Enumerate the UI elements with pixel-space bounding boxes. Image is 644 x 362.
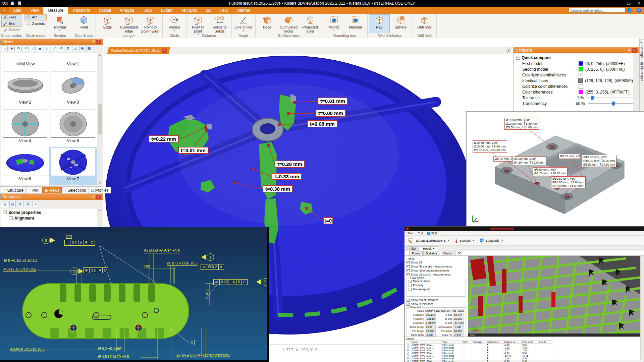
minimize-button[interactable]: — <box>614 0 624 7</box>
selected-name-field[interactable]: COMP_FWS_STA-EN_P01_SEQ1_Ply1__344 <box>425 309 464 312</box>
ribbon-button[interactable]: Center <box>1 27 21 33</box>
color-swatch[interactable] <box>579 67 583 71</box>
pin-icon[interactable] <box>92 40 95 44</box>
views-toolbar-icon[interactable]: ⤢ <box>51 46 57 51</box>
result-subtab[interactable]: Charts <box>441 251 454 255</box>
result-subtab[interactable]: Points <box>409 251 423 255</box>
ribbon-tab[interactable]: Start <box>9 7 26 14</box>
ribbon-button[interactable]: Line to line ▾ <box>233 14 254 33</box>
details-table-row[interactable]: ☑COMP_FWS_STA-...Fibre angle✗-3,25-4,51 <box>406 346 639 349</box>
help-dropdown-icon[interactable]: ▼ <box>633 9 635 11</box>
details-table-row[interactable]: ☑COMP_FWS_STA-...Fibre angle✗-5,78-5,53 <box>406 357 639 360</box>
view-thumbnail[interactable]: View 3 <box>49 70 97 109</box>
checkbox[interactable] <box>409 288 412 291</box>
view-thumbnail[interactable]: Initial View <box>1 53 49 70</box>
result-tab[interactable]: Result ✕ <box>420 246 438 251</box>
view-thumbnail[interactable]: View 1 <box>49 53 97 70</box>
ribbon-tab[interactable]: Transform <box>68 7 95 14</box>
ribbon-button[interactable]: 3 points <box>24 21 47 27</box>
value-field[interactable]: 0.000 <box>425 325 436 328</box>
ribbon-button[interactable]: Drill hole <box>414 14 435 33</box>
dock-tab[interactable]: ⁘ PMI <box>26 187 42 193</box>
value-field[interactable]: 86.490 <box>453 329 464 333</box>
toolbar-dropdown[interactable]: 3D MEASUREMENTS ▼ <box>408 237 450 244</box>
ribbon-tab[interactable]: TechDoc <box>177 7 202 14</box>
color-swatch[interactable] <box>578 78 583 83</box>
collapse-toggle-icon[interactable]: − <box>516 56 520 60</box>
properties-toolbar-icon[interactable]: ▽ <box>33 201 39 207</box>
menu-item[interactable]: ?Edit <box>418 232 423 235</box>
properties-toolbar-icon[interactable]: 🗗 <box>25 201 31 207</box>
window-scrollbar[interactable]: ▲ <box>640 256 644 360</box>
toolbar-dropdown[interactable]: Standards ▼ <box>479 238 503 243</box>
thickness-callout[interactable]: t=0.38 mm <box>263 185 293 192</box>
thickness-callout[interactable]: t=0.08 mm <box>307 120 337 127</box>
views-toolbar-icon[interactable]: ✕ <box>23 46 29 51</box>
checkbox-row[interactable]: Show out of tolerance <box>407 298 466 302</box>
ribbon-button[interactable]: X,Y,Z Point <box>73 14 94 33</box>
checkbox-row[interactable]: Show fibre angle measurements <box>407 264 466 268</box>
ribbon-button[interactable]: End <box>1 21 21 27</box>
edit-doc-icon[interactable] <box>17 1 22 6</box>
views-toolbar-icon[interactable]: ▷ <box>44 46 50 51</box>
color-swatch[interactable] <box>579 90 583 94</box>
views-toolbar-icon[interactable]: ⧉ <box>65 46 71 51</box>
properties-toolbar-icon[interactable]: ⧉ <box>17 201 23 207</box>
details-table[interactable]: NameTypeUnitFlaw typeIn toleranceX/Alpha… <box>406 340 639 362</box>
properties-scrollbar[interactable]: ▲ <box>97 209 102 227</box>
dock-tab[interactable]: ▣ Views <box>42 187 62 193</box>
pin-icon[interactable] <box>628 48 631 52</box>
pin-icon[interactable] <box>92 195 95 199</box>
views-toolbar-icon[interactable]: ▤ <box>79 46 85 51</box>
thickness-callout[interactable]: t=0.01 mm <box>178 147 208 154</box>
value-field[interactable]: -117.230 <box>453 321 464 324</box>
value-field[interactable]: -4.280 <box>425 333 436 337</box>
ribbon-button[interactable]: Minimal <box>345 14 366 33</box>
ribbon-button[interactable]: Face <box>257 14 278 33</box>
ribbon-button[interactable]: Edge <box>97 14 118 33</box>
views-toolbar-icon[interactable]: ▦ <box>86 46 92 51</box>
compare-setting-row[interactable]: Colorized identical faces <box>514 72 633 78</box>
slider-thumb[interactable] <box>591 96 594 100</box>
drill-hole-inset-window[interactable]: Ø10.80 mm, ∨90°Ø10.00 mm, ↧5.80 mmØ5.50 … <box>466 111 644 229</box>
ribbon-button[interactable]: Cumulated edge <box>119 14 140 33</box>
compare-setting-row[interactable]: Identical faces (128, 128, 128), (#80808… <box>514 78 633 83</box>
document-tab[interactable]: FusionResult.stl.2025.1.3dvs ✕ <box>107 47 170 54</box>
side-tab[interactable]: 🔧 Settings <box>640 39 644 59</box>
dock-tab[interactable]: ▤ Profiles <box>89 187 111 193</box>
value-field[interactable]: 90.000 <box>425 329 436 333</box>
checkbox-row[interactable]: Not assigned <box>409 287 464 291</box>
compare-setting-row[interactable]: First model (0, 0, 255), (#0000FF) <box>514 61 633 66</box>
ribbon-button[interactable]: Free <box>1 14 21 20</box>
checkbox[interactable] <box>409 284 412 287</box>
view-thumbnail[interactable]: View 4 <box>1 109 49 147</box>
menu-item[interactable]: ?Help <box>427 231 437 235</box>
compare-setting-row[interactable]: Tolerance 1 % <box>514 95 633 101</box>
checkbox[interactable] <box>579 73 583 77</box>
dock-tab[interactable]: ⁘ Structure <box>1 187 26 193</box>
quick-access-chevron-icon[interactable]: ⌄ <box>24 1 30 6</box>
ribbon-button[interactable]: Sphere <box>390 14 411 33</box>
checkbox[interactable] <box>579 84 583 88</box>
ribbon-tab[interactable]: Analyze <box>115 7 139 14</box>
checkbox[interactable] <box>407 273 410 276</box>
ribbon-tab[interactable]: Internal <box>232 7 254 14</box>
value-field[interactable]: 2155.070 <box>425 321 436 324</box>
ribbon-button[interactable]: Projected area <box>300 14 321 33</box>
search-input[interactable] <box>569 8 626 13</box>
checkbox-row[interactable]: Porosity <box>409 283 464 287</box>
color-swatch[interactable] <box>579 61 583 66</box>
ribbon-button[interactable]: Point to point ▾ <box>188 14 209 33</box>
views-toolbar-icon[interactable]: ■ <box>37 46 43 51</box>
value-field[interactable]: -3.510 <box>453 333 464 337</box>
details-table-row[interactable]: ☑COMP_FWS_STA-...Fibre angle✗-4,28-3,51 <box>406 344 639 347</box>
checkbox-row[interactable]: Show laser cut measurements <box>407 268 466 273</box>
value-field[interactable]: 20.830 <box>453 317 464 320</box>
compare-setting-row[interactable]: Second model (0, 255, 0), (#00FF00) <box>514 66 633 72</box>
ribbon-tab[interactable]: 2D <box>201 7 215 14</box>
ribbon-tab[interactable]: Tools <box>139 7 157 14</box>
fibre-grid-3d-view[interactable]: Zoom <box>468 256 640 337</box>
value-field[interactable]: 84.340 <box>453 313 464 316</box>
properties-toolbar-icon[interactable]: ⊞ <box>2 201 8 207</box>
close-document-icon[interactable]: ✕ <box>162 49 167 53</box>
